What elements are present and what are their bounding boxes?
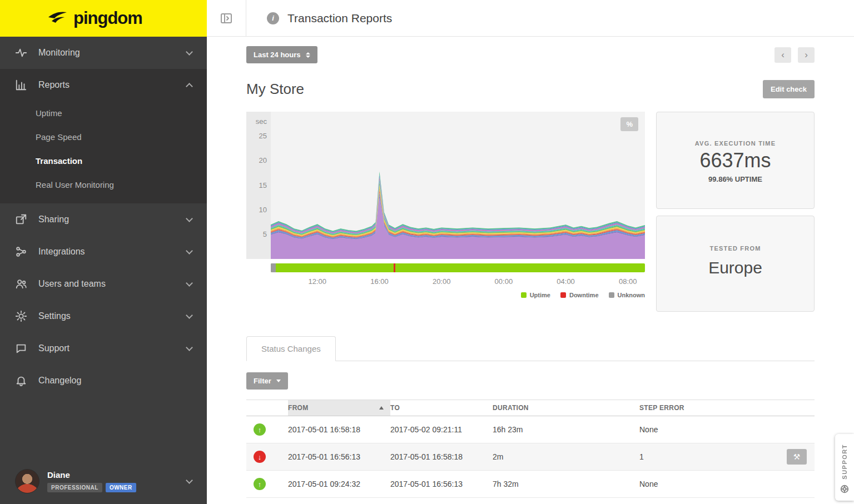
cell-to: 2017-05-01 16:58:18 [390, 452, 493, 461]
x-tick-label: 20:00 [433, 277, 451, 286]
column-header-to[interactable]: TO [390, 400, 493, 416]
sidebar-item-settings[interactable]: Settings [0, 300, 207, 332]
user-menu[interactable]: Diane PROFESSIONAL OWNER [0, 458, 207, 504]
main-area: i Transaction Reports Last 24 hours ‹ › … [207, 0, 854, 504]
stacked-area-svg [271, 112, 645, 259]
filter-row: Filter [246, 372, 815, 390]
legend-downtime: Downtime [560, 292, 599, 298]
users-icon [15, 278, 27, 290]
downtime-segment [394, 263, 395, 272]
sidebar-item-label: Reports [38, 80, 69, 90]
time-range-dropdown[interactable]: Last 24 hours [246, 46, 317, 63]
chart-plot-area[interactable]: % [271, 112, 645, 259]
sidebar-item-monitoring[interactable]: Monitoring [0, 37, 207, 69]
y-tick-label: 5 [263, 230, 267, 238]
y-tick-label: 10 [259, 206, 267, 214]
sidebar-item-changelog[interactable]: Changelog [0, 365, 207, 397]
pingdom-logo[interactable]: pingdom [0, 0, 207, 37]
sidebar-subitem-uptime[interactable]: Uptime [0, 101, 207, 125]
x-axis: 12:0016:0020:0000:0004:0008:00 [271, 277, 645, 287]
transaction-area-chart: sec 252015105 % 12:0016:0020:0000:0004:0… [246, 112, 645, 312]
top-header: i Transaction Reports [207, 0, 854, 37]
status-changes-table: FROM TO DURATION STEP ERROR 2017-05-01 1… [246, 400, 815, 498]
x-tick-label: 00:00 [495, 277, 513, 286]
column-header-duration[interactable]: DURATION [493, 400, 639, 416]
bell-icon [15, 375, 27, 387]
page-header-title: Transaction Reports [287, 12, 392, 25]
legend-swatch [560, 292, 566, 298]
sidebar-item-label: Support [38, 343, 69, 353]
reports-submenu: Uptime Page Speed Transaction Real User … [0, 101, 207, 203]
tab-status-changes[interactable]: Status Changes [246, 336, 336, 361]
reports-group: Reports Uptime Page Speed Transaction Re… [0, 69, 207, 203]
table-row: 2017-05-01 09:24:32 2017-05-01 16:56:13 … [246, 471, 815, 498]
avg-execution-label: AVG. EXECUTION TIME [657, 140, 814, 147]
chevron-down-icon [186, 215, 193, 222]
y-axis: sec 252015105 [246, 112, 271, 259]
y-tick-label: 15 [259, 181, 267, 189]
uptime-percent-value: 99.86% UPTIME [657, 175, 814, 183]
legend-unknown: Unknown [609, 292, 646, 298]
cell-duration: 16h 23m [493, 425, 639, 434]
sidebar-item-label: Settings [38, 311, 71, 321]
sharing-export-icon [15, 213, 27, 226]
avatar [15, 469, 39, 493]
table-header: FROM TO DURATION STEP ERROR [246, 400, 815, 416]
info-icon[interactable]: i [267, 12, 279, 24]
pingdom-logo-text: pingdom [73, 8, 142, 28]
sidebar-item-label: Changelog [38, 376, 81, 386]
cell-to: 2017-05-01 16:56:13 [390, 480, 493, 488]
user-name: Diane [47, 470, 136, 480]
column-header-step-error[interactable]: STEP ERROR [639, 400, 815, 416]
toolbar: Last 24 hours ‹ › [246, 46, 815, 63]
chart-legend: UptimeDowntimeUnknown [246, 292, 645, 298]
header-divider [246, 0, 246, 37]
time-range-label: Last 24 hours [254, 51, 301, 59]
sidebar-item-reports[interactable]: Reports [0, 69, 207, 101]
column-header-from[interactable]: FROM [288, 400, 390, 416]
tested-from-card: TESTED FROM Europe [656, 216, 815, 312]
y-axis-unit-label: sec [256, 117, 267, 126]
caret-down-icon [276, 380, 281, 382]
sidebar-item-integrations[interactable]: Integrations [0, 236, 207, 268]
sidebar-collapse-button[interactable] [207, 12, 246, 25]
sidebar-item-label: Integrations [38, 247, 85, 257]
table-row: 2017-05-01 16:58:18 2017-05-02 09:21:11 … [246, 416, 815, 443]
cell-duration: 7h 32m [493, 480, 639, 488]
y-tick-label: 25 [259, 132, 267, 140]
avg-execution-card: AVG. EXECUTION TIME 6637ms 99.86% UPTIME [656, 112, 815, 209]
chevron-up-icon [186, 83, 193, 90]
percent-toggle-button[interactable]: % [620, 117, 638, 131]
cell-from: 2017-05-01 09:24:32 [288, 480, 390, 488]
status-up-icon [254, 423, 266, 436]
legend-swatch [609, 292, 614, 298]
gear-icon [15, 310, 27, 322]
prev-period-button[interactable]: ‹ [774, 47, 791, 63]
x-tick-label: 08:00 [619, 277, 637, 286]
integrations-nodes-icon [15, 246, 27, 258]
chevron-down-icon [186, 280, 193, 287]
root-cause-button[interactable]: ⚒ [787, 449, 807, 465]
chart-section: sec 252015105 % 12:0016:0020:0000:0004:0… [246, 112, 815, 312]
sidebar-item-users-and-teams[interactable]: Users and teams [0, 268, 207, 300]
tested-from-label: TESTED FROM [657, 245, 814, 252]
sidebar-item-support[interactable]: Support [0, 332, 207, 365]
next-period-button[interactable]: › [798, 47, 815, 63]
cell-from: 2017-05-01 16:56:13 [288, 452, 390, 461]
x-tick-label: 16:00 [370, 277, 389, 286]
sidebar-subitem-transaction[interactable]: Transaction [0, 149, 207, 173]
filter-dropdown[interactable]: Filter [246, 372, 288, 390]
chevron-down-icon [186, 48, 193, 56]
edit-check-button[interactable]: Edit check [763, 80, 815, 98]
uptime-timeline-bar[interactable] [271, 263, 645, 272]
legend-uptime: Uptime [521, 292, 550, 298]
life-ring-icon [840, 485, 849, 496]
table-row: 2017-05-01 16:56:13 2017-05-01 16:58:18 … [246, 443, 815, 471]
support-tab[interactable]: SUPPORT [835, 434, 854, 501]
sidebar-item-sharing[interactable]: Sharing [0, 203, 207, 236]
panel-toggle-icon [220, 12, 233, 25]
sidebar-subitem-page-speed[interactable]: Page Speed [0, 125, 207, 149]
sidebar-subitem-real-user-monitoring[interactable]: Real User Monitoring [0, 173, 207, 197]
status-down-icon [254, 451, 266, 463]
sort-asc-icon [379, 406, 384, 410]
